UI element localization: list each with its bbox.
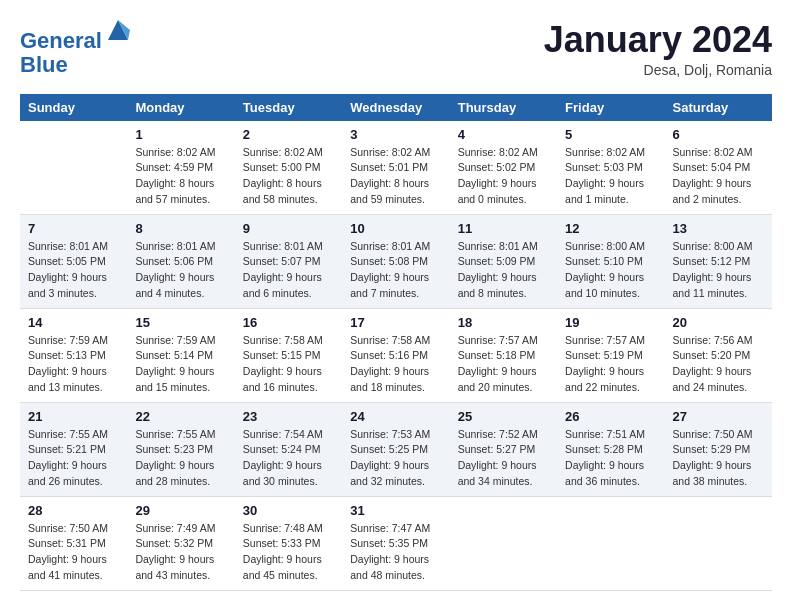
calendar-cell: 25Sunrise: 7:52 AMSunset: 5:27 PMDayligh… bbox=[450, 402, 557, 496]
calendar-week-row: 21Sunrise: 7:55 AMSunset: 5:21 PMDayligh… bbox=[20, 402, 772, 496]
day-number: 13 bbox=[673, 221, 764, 236]
weekday-header-cell: Saturday bbox=[665, 94, 772, 121]
day-number: 18 bbox=[458, 315, 549, 330]
location-subtitle: Desa, Dolj, Romania bbox=[544, 62, 772, 78]
calendar-cell: 16Sunrise: 7:58 AMSunset: 5:15 PMDayligh… bbox=[235, 308, 342, 402]
weekday-header-row: SundayMondayTuesdayWednesdayThursdayFrid… bbox=[20, 94, 772, 121]
calendar-cell: 2Sunrise: 8:02 AMSunset: 5:00 PMDaylight… bbox=[235, 121, 342, 215]
day-number: 27 bbox=[673, 409, 764, 424]
day-info: Sunrise: 8:02 AMSunset: 4:59 PMDaylight:… bbox=[135, 145, 226, 208]
calendar-cell: 13Sunrise: 8:00 AMSunset: 5:12 PMDayligh… bbox=[665, 214, 772, 308]
day-info: Sunrise: 7:59 AMSunset: 5:13 PMDaylight:… bbox=[28, 333, 119, 396]
weekday-header-cell: Wednesday bbox=[342, 94, 449, 121]
day-info: Sunrise: 7:54 AMSunset: 5:24 PMDaylight:… bbox=[243, 427, 334, 490]
day-info: Sunrise: 7:59 AMSunset: 5:14 PMDaylight:… bbox=[135, 333, 226, 396]
day-info: Sunrise: 7:56 AMSunset: 5:20 PMDaylight:… bbox=[673, 333, 764, 396]
day-number: 19 bbox=[565, 315, 656, 330]
calendar-cell: 15Sunrise: 7:59 AMSunset: 5:14 PMDayligh… bbox=[127, 308, 234, 402]
day-info: Sunrise: 7:51 AMSunset: 5:28 PMDaylight:… bbox=[565, 427, 656, 490]
weekday-header-cell: Friday bbox=[557, 94, 664, 121]
calendar-cell: 5Sunrise: 8:02 AMSunset: 5:03 PMDaylight… bbox=[557, 121, 664, 215]
calendar-cell: 31Sunrise: 7:47 AMSunset: 5:35 PMDayligh… bbox=[342, 496, 449, 590]
day-number: 11 bbox=[458, 221, 549, 236]
day-number: 14 bbox=[28, 315, 119, 330]
day-number: 7 bbox=[28, 221, 119, 236]
calendar-cell: 19Sunrise: 7:57 AMSunset: 5:19 PMDayligh… bbox=[557, 308, 664, 402]
day-number: 5 bbox=[565, 127, 656, 142]
day-info: Sunrise: 7:57 AMSunset: 5:18 PMDaylight:… bbox=[458, 333, 549, 396]
day-info: Sunrise: 8:02 AMSunset: 5:03 PMDaylight:… bbox=[565, 145, 656, 208]
calendar-cell bbox=[20, 121, 127, 215]
day-number: 29 bbox=[135, 503, 226, 518]
calendar-week-row: 28Sunrise: 7:50 AMSunset: 5:31 PMDayligh… bbox=[20, 496, 772, 590]
day-info: Sunrise: 8:01 AMSunset: 5:09 PMDaylight:… bbox=[458, 239, 549, 302]
day-info: Sunrise: 8:02 AMSunset: 5:04 PMDaylight:… bbox=[673, 145, 764, 208]
day-number: 28 bbox=[28, 503, 119, 518]
day-number: 25 bbox=[458, 409, 549, 424]
day-info: Sunrise: 7:55 AMSunset: 5:21 PMDaylight:… bbox=[28, 427, 119, 490]
calendar-cell bbox=[665, 496, 772, 590]
day-number: 20 bbox=[673, 315, 764, 330]
month-title: January 2024 bbox=[544, 20, 772, 60]
day-info: Sunrise: 8:02 AMSunset: 5:02 PMDaylight:… bbox=[458, 145, 549, 208]
calendar-cell: 7Sunrise: 8:01 AMSunset: 5:05 PMDaylight… bbox=[20, 214, 127, 308]
day-number: 16 bbox=[243, 315, 334, 330]
calendar-cell: 4Sunrise: 8:02 AMSunset: 5:02 PMDaylight… bbox=[450, 121, 557, 215]
day-number: 4 bbox=[458, 127, 549, 142]
day-info: Sunrise: 7:55 AMSunset: 5:23 PMDaylight:… bbox=[135, 427, 226, 490]
day-number: 2 bbox=[243, 127, 334, 142]
day-number: 1 bbox=[135, 127, 226, 142]
calendar-cell: 22Sunrise: 7:55 AMSunset: 5:23 PMDayligh… bbox=[127, 402, 234, 496]
day-info: Sunrise: 8:01 AMSunset: 5:05 PMDaylight:… bbox=[28, 239, 119, 302]
calendar-table: SundayMondayTuesdayWednesdayThursdayFrid… bbox=[20, 94, 772, 591]
day-number: 30 bbox=[243, 503, 334, 518]
day-info: Sunrise: 7:58 AMSunset: 5:15 PMDaylight:… bbox=[243, 333, 334, 396]
calendar-cell: 3Sunrise: 8:02 AMSunset: 5:01 PMDaylight… bbox=[342, 121, 449, 215]
day-info: Sunrise: 8:01 AMSunset: 5:06 PMDaylight:… bbox=[135, 239, 226, 302]
calendar-cell: 28Sunrise: 7:50 AMSunset: 5:31 PMDayligh… bbox=[20, 496, 127, 590]
calendar-cell: 24Sunrise: 7:53 AMSunset: 5:25 PMDayligh… bbox=[342, 402, 449, 496]
day-number: 6 bbox=[673, 127, 764, 142]
calendar-body: 1Sunrise: 8:02 AMSunset: 4:59 PMDaylight… bbox=[20, 121, 772, 591]
day-number: 24 bbox=[350, 409, 441, 424]
calendar-cell: 8Sunrise: 8:01 AMSunset: 5:06 PMDaylight… bbox=[127, 214, 234, 308]
calendar-cell: 21Sunrise: 7:55 AMSunset: 5:21 PMDayligh… bbox=[20, 402, 127, 496]
calendar-cell: 23Sunrise: 7:54 AMSunset: 5:24 PMDayligh… bbox=[235, 402, 342, 496]
weekday-header-cell: Monday bbox=[127, 94, 234, 121]
day-info: Sunrise: 7:49 AMSunset: 5:32 PMDaylight:… bbox=[135, 521, 226, 584]
calendar-cell: 14Sunrise: 7:59 AMSunset: 5:13 PMDayligh… bbox=[20, 308, 127, 402]
day-number: 8 bbox=[135, 221, 226, 236]
calendar-week-row: 1Sunrise: 8:02 AMSunset: 4:59 PMDaylight… bbox=[20, 121, 772, 215]
logo-text: GeneralBlue bbox=[20, 20, 132, 77]
day-info: Sunrise: 7:57 AMSunset: 5:19 PMDaylight:… bbox=[565, 333, 656, 396]
day-info: Sunrise: 7:50 AMSunset: 5:31 PMDaylight:… bbox=[28, 521, 119, 584]
day-number: 9 bbox=[243, 221, 334, 236]
logo-icon bbox=[104, 16, 132, 44]
calendar-week-row: 14Sunrise: 7:59 AMSunset: 5:13 PMDayligh… bbox=[20, 308, 772, 402]
weekday-header-cell: Thursday bbox=[450, 94, 557, 121]
calendar-cell: 18Sunrise: 7:57 AMSunset: 5:18 PMDayligh… bbox=[450, 308, 557, 402]
day-number: 23 bbox=[243, 409, 334, 424]
day-info: Sunrise: 7:48 AMSunset: 5:33 PMDaylight:… bbox=[243, 521, 334, 584]
day-info: Sunrise: 8:00 AMSunset: 5:12 PMDaylight:… bbox=[673, 239, 764, 302]
day-info: Sunrise: 8:00 AMSunset: 5:10 PMDaylight:… bbox=[565, 239, 656, 302]
day-number: 17 bbox=[350, 315, 441, 330]
calendar-cell bbox=[557, 496, 664, 590]
day-info: Sunrise: 7:53 AMSunset: 5:25 PMDaylight:… bbox=[350, 427, 441, 490]
day-number: 12 bbox=[565, 221, 656, 236]
day-info: Sunrise: 8:02 AMSunset: 5:00 PMDaylight:… bbox=[243, 145, 334, 208]
calendar-cell: 11Sunrise: 8:01 AMSunset: 5:09 PMDayligh… bbox=[450, 214, 557, 308]
logo: GeneralBlue bbox=[20, 20, 132, 77]
day-info: Sunrise: 8:02 AMSunset: 5:01 PMDaylight:… bbox=[350, 145, 441, 208]
day-info: Sunrise: 8:01 AMSunset: 5:08 PMDaylight:… bbox=[350, 239, 441, 302]
day-info: Sunrise: 7:47 AMSunset: 5:35 PMDaylight:… bbox=[350, 521, 441, 584]
calendar-cell: 10Sunrise: 8:01 AMSunset: 5:08 PMDayligh… bbox=[342, 214, 449, 308]
day-number: 22 bbox=[135, 409, 226, 424]
day-info: Sunrise: 7:50 AMSunset: 5:29 PMDaylight:… bbox=[673, 427, 764, 490]
calendar-cell: 17Sunrise: 7:58 AMSunset: 5:16 PMDayligh… bbox=[342, 308, 449, 402]
page-header: GeneralBlue January 2024 Desa, Dolj, Rom… bbox=[20, 20, 772, 78]
calendar-cell: 27Sunrise: 7:50 AMSunset: 5:29 PMDayligh… bbox=[665, 402, 772, 496]
calendar-week-row: 7Sunrise: 8:01 AMSunset: 5:05 PMDaylight… bbox=[20, 214, 772, 308]
weekday-header-cell: Sunday bbox=[20, 94, 127, 121]
weekday-header-cell: Tuesday bbox=[235, 94, 342, 121]
